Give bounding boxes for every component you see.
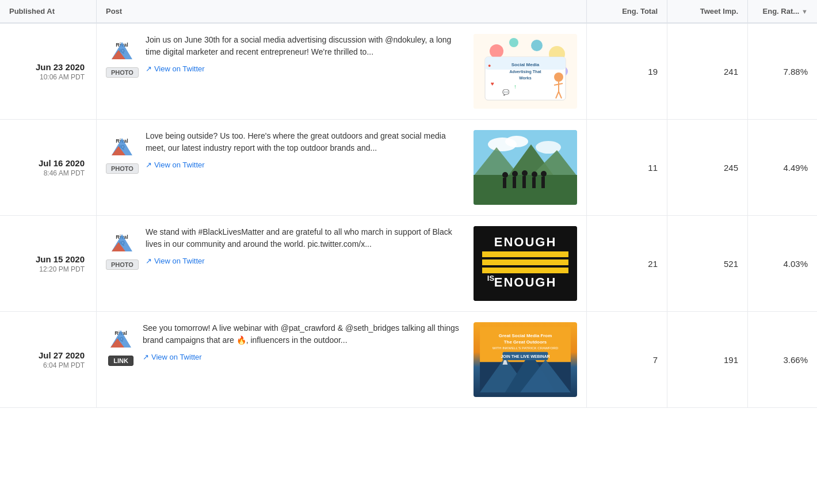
table-row: Jul 27 2020 6:04 PM PDT Rival IQ Link Se… [0,312,817,408]
svg-rect-52 [482,251,568,257]
table-header: Published At Post Eng. Total Tweet Imp. … [0,0,817,24]
table-row: Jun 23 2020 10:06 AM PDT Rival IQ Photo … [0,24,817,120]
svg-text:IS: IS [487,274,495,282]
svg-text:Works: Works [519,76,531,80]
post-image-webinar: Great Social Media From The Great Outdoo… [474,322,577,397]
badge-photo: Photo [106,163,139,174]
published-cell: Jun 23 2020 10:06 AM PDT [0,24,97,119]
date-main: Jun 15 2020 [36,254,85,264]
sort-icon: ▼ [801,8,808,15]
rival-iq-logo: Rival IQ [106,322,136,352]
table-row: Jun 15 2020 12:20 PM PDT Rival IQ Photo … [0,216,817,312]
eng-rat-value: 4.49% [783,163,808,173]
eng-total-value: 11 [648,163,658,173]
published-cell: Jun 15 2020 12:20 PM PDT [0,216,97,311]
tweet-imp-cell: 241 [667,24,748,119]
svg-point-7 [531,40,543,51]
eng-rat-cell: 4.49% [748,120,817,215]
svg-rect-43 [522,176,526,188]
header-published-at: Published At [0,0,97,22]
svg-text:♥: ♥ [491,81,494,87]
post-image-outdoors [474,130,577,205]
svg-rect-53 [482,259,568,265]
post-cell: Rival IQ Photo Join us on June 30th for … [97,24,587,119]
post-content: We stand with #BlackLivesMatter and are … [146,226,467,265]
eng-total-cell: 19 [587,24,667,119]
data-table: Published At Post Eng. Total Tweet Imp. … [0,0,817,408]
view-on-twitter-link[interactable]: ↗ View on Twitter [146,64,205,73]
rival-iq-logo: Rival IQ [107,226,137,256]
post-image-blm: ENOUGH ENOUGH IS [474,226,577,301]
eng-total-cell: 7 [587,312,667,407]
date-main: Jul 27 2020 [39,350,85,360]
svg-rect-44 [532,177,536,188]
eng-total-cell: 21 [587,216,667,311]
post-text: See you tomorrow! A live webinar with @p… [143,322,467,346]
svg-point-37 [512,171,518,177]
svg-text:💬: 💬 [502,89,510,96]
eng-rat-cell: 7.88% [748,24,817,119]
rival-iq-logo: Rival IQ [107,130,137,160]
header-eng-rat[interactable]: Eng. Rat... ▼ [748,0,817,22]
date-main: Jul 16 2020 [39,158,85,168]
date-time: 6:04 PM PDT [43,361,85,369]
eng-rat-value: 3.66% [783,355,808,365]
svg-point-38 [522,170,528,176]
svg-point-36 [502,172,508,178]
svg-point-6 [509,38,518,47]
rival-iq-logo: Rival IQ [107,34,137,64]
post-text: Love being outside? Us too. Here's where… [146,130,467,154]
svg-text:ENOUGH: ENOUGH [494,235,557,249]
badge-photo: Photo [106,259,139,270]
post-text: Join us on June 30th for a social media … [146,34,467,58]
view-on-twitter-link[interactable]: ↗ View on Twitter [146,161,205,169]
post-cell: Rival IQ Photo We stand with #BlackLives… [97,216,587,311]
post-text: We stand with #BlackLivesMatter and are … [146,226,467,250]
badge-photo: Photo [106,67,139,78]
avatar-block: Rival IQ Photo [106,130,139,174]
svg-rect-41 [503,178,506,188]
svg-text:WITH INKWELL'S PATRICK CRAWFOR: WITH INKWELL'S PATRICK CRAWFORD [493,346,559,350]
svg-rect-54 [482,268,568,273]
table-row: Jul 16 2020 8:46 AM PDT Rival IQ Photo L… [0,120,817,216]
eng-rat-value: 7.88% [783,67,808,77]
svg-rect-42 [513,177,516,188]
date-main: Jun 23 2020 [36,62,85,72]
post-content: Join us on June 30th for a social media … [146,34,467,73]
eng-total-value: 19 [648,67,658,77]
published-cell: Jul 27 2020 6:04 PM PDT [0,312,97,407]
header-post: Post [97,0,587,22]
svg-text:The Great Outdoors: The Great Outdoors [504,339,547,345]
svg-text:ENOUGH: ENOUGH [494,275,557,289]
tweet-imp-cell: 191 [667,312,748,407]
external-link-icon: ↗ [146,257,152,265]
header-tweet-imp[interactable]: Tweet Imp. [667,0,748,22]
post-cell: Rival IQ Link See you tomorrow! A live w… [97,312,587,407]
svg-text:●: ● [488,63,491,68]
svg-point-40 [541,171,547,177]
eng-total-value: 21 [648,259,658,269]
post-cell: Rival IQ Photo Love being outside? Us to… [97,120,587,215]
svg-text:JOIN THE LIVE WEBINAR: JOIN THE LIVE WEBINAR [501,354,549,358]
date-time: 8:46 AM PDT [44,169,85,177]
eng-total-cell: 11 [587,120,667,215]
avatar-block: Rival IQ Photo [106,34,139,78]
external-link-icon: ↗ [146,64,152,73]
avatar-block: Rival IQ Photo [106,226,139,270]
svg-point-5 [490,44,503,58]
tweet-imp-cell: 245 [667,120,748,215]
eng-rat-cell: 3.66% [748,312,817,407]
post-content: See you tomorrow! A live webinar with @p… [143,322,467,361]
badge-link: Link [108,356,133,366]
tweet-imp-cell: 521 [667,216,748,311]
svg-text:↑: ↑ [514,83,517,90]
view-on-twitter-link[interactable]: ↗ View on Twitter [146,257,205,265]
view-on-twitter-link[interactable]: ↗ View on Twitter [143,353,202,361]
svg-text:Advertising That: Advertising That [509,70,541,74]
tweet-imp-value: 521 [724,259,738,269]
header-eng-total[interactable]: Eng. Total [587,0,667,22]
svg-text:Social Media: Social Media [511,62,540,67]
eng-total-value: 7 [653,355,658,365]
svg-rect-45 [541,177,545,188]
date-time: 10:06 AM PDT [40,73,85,81]
